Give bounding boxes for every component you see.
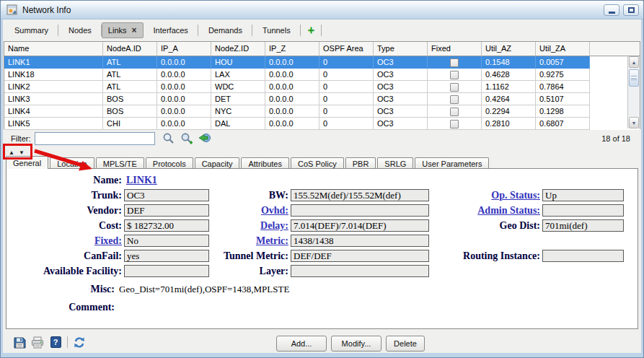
table-row[interactable]: LINK1ATL0.0.0.0HOU0.0.0.00OC30.15480.005… [4,56,640,69]
detail-tab-capacity[interactable]: Capacity [195,157,240,169]
arrow-down-icon: ▼ [632,121,637,126]
fixed-checkbox[interactable] [428,69,482,81]
filter-input[interactable] [35,132,155,145]
detail-tab-pbr[interactable]: PBR [345,157,376,169]
tab-summary[interactable]: Summary [4,22,58,38]
column-header-ospf[interactable]: OSPF Area [319,42,374,56]
column-header-name[interactable]: Name [4,42,103,56]
cell-ipa: 0.0.0.0 [157,93,211,105]
cell-ipz: 0.0.0.0 [265,93,319,105]
search-go-icon[interactable] [198,132,211,145]
detail-tab-attributes[interactable]: Attributes [241,157,288,169]
search-add-icon[interactable] [180,132,193,145]
detail-tab-srlg[interactable]: SRLG [377,157,413,169]
scroll-up-button[interactable]: ▲ [629,56,639,68]
name-link[interactable]: LINK1 [124,175,209,186]
column-header-nodea[interactable]: NodeA.ID [103,42,157,56]
cell-utilaz: 0.2810 [482,118,536,130]
tab-nodes[interactable]: Nodes [58,22,102,38]
ovhd-link[interactable]: Ovhd: [209,205,291,217]
fixed-link[interactable]: Fixed: [6,235,124,247]
column-header-ipa[interactable]: IP_A [157,42,211,56]
cell-utilza: 0.7864 [536,81,590,93]
general-panel: Name: LINK1 Trunk: OC3 BW: 155.52M(def)/… [6,168,638,329]
delay-link[interactable]: Delay: [209,220,291,232]
cell-nodez: NYC [211,105,265,118]
maximize-button[interactable] [623,4,639,16]
add-button[interactable]: Add... [276,336,327,352]
checkbox-icon [450,58,459,67]
table-row[interactable]: LINK3BOS0.0.0.0DET0.0.0.00OC30.42640.510… [4,93,640,105]
detail-tab-mplste[interactable]: MPLS/TE [96,157,144,169]
tab-tunnels[interactable]: Tunnels [252,22,301,38]
title-bar: Network Info [1,1,643,19]
help-icon[interactable]: ? [49,336,62,349]
cell-nodea: CHI [103,118,157,130]
delete-button[interactable]: Delete [386,336,425,352]
vertical-scrollbar[interactable]: ▲ ▼ [627,56,640,128]
tab-label: Nodes [69,26,92,35]
scroll-thumb[interactable] [629,69,639,87]
row-count: 18 of 18 [601,134,630,143]
refresh-icon[interactable] [73,336,86,349]
tab-demands[interactable]: Demands [198,22,252,38]
cell-name: LINK1 [4,56,103,69]
detail-tab-protocols[interactable]: Protocols [146,157,193,169]
detail-tab-cospolicy[interactable]: CoS Policy [291,157,344,169]
fixed-checkbox[interactable] [428,56,482,69]
column-header-fixed[interactable]: Fixed [428,42,482,56]
column-header-utilza[interactable]: Util_ZA [536,42,590,56]
cell-nodez: LAX [211,69,265,81]
bw-label: BW: [209,190,291,201]
column-header-utilaz[interactable]: Util_AZ [482,42,536,56]
cell-ipz: 0.0.0.0 [265,56,319,69]
comment-label: Comment: [6,302,115,313]
tab-links[interactable]: Links× [102,22,144,38]
trunk-field: OC3 [124,189,209,201]
table-row[interactable]: LINK2ATL0.0.0.0WDC0.0.0.00OC31.11620.786… [4,81,640,93]
cell-type: OC3 [374,81,428,93]
cell-type: OC3 [374,118,428,130]
table-row[interactable]: LINK5CHI0.0.0.0DAL0.0.0.00OC30.28100.680… [4,118,640,130]
op-status-link[interactable]: Op. Status: [429,190,542,201]
window-title: Network Info [22,5,71,15]
misc-value: Geo_Dist=701mi(def),OSPF=1438,MPLSTE [115,284,289,295]
cell-utilaz: 0.1548 [482,56,536,69]
close-tab-icon[interactable]: × [132,27,137,34]
scroll-down-button[interactable]: ▼ [629,117,639,128]
column-header-nodez[interactable]: NodeZ.ID [211,42,265,56]
tunnel-metric-field: DEF/DEF [291,250,429,262]
minimize-button[interactable] [604,4,619,16]
delay-field: 7.014(DEF)/7.014(DEF) [291,219,429,232]
cell-utilaz: 1.1162 [482,81,536,93]
modify-button[interactable]: Modify... [331,336,381,352]
admin-status-field [542,204,624,217]
cell-ipz: 0.0.0.0 [265,81,319,93]
minimize-icon [609,12,615,14]
canfail-field: yes [124,250,209,262]
fixed-checkbox[interactable] [428,81,482,93]
cell-ipa: 0.0.0.0 [157,81,211,93]
misc-label: Misc: [6,284,115,295]
cell-nodea: ATL [103,81,157,93]
column-header-ipz[interactable]: IP_Z [265,42,319,56]
detail-tab-userparams[interactable]: User Parameters [415,157,489,169]
print-icon[interactable] [31,336,44,349]
arrow-up-icon: ▲ [632,60,637,65]
column-header-type[interactable]: Type [374,42,428,56]
fixed-checkbox[interactable] [428,118,482,130]
search-icon[interactable] [162,132,175,145]
add-tab-button[interactable]: + [301,22,322,38]
save-icon[interactable] [13,336,26,349]
tab-interfaces[interactable]: Interfaces [144,22,198,38]
cell-ipz: 0.0.0.0 [265,105,319,118]
admin-status-link[interactable]: Admin Status: [429,205,542,217]
table-row[interactable]: LINK18ATL0.0.0.0LAX0.0.0.00OC30.46280.92… [4,69,640,81]
tab-label: Summary [14,26,48,35]
fixed-checkbox[interactable] [428,93,482,105]
routing-instance-field [542,250,624,262]
metric-link[interactable]: Metric: [209,235,291,247]
fixed-checkbox[interactable] [428,105,482,118]
table-row[interactable]: LINK4BOS0.0.0.0NYC0.0.0.00OC30.22940.129… [4,105,640,118]
detail-tab-location[interactable]: Location [50,157,94,169]
